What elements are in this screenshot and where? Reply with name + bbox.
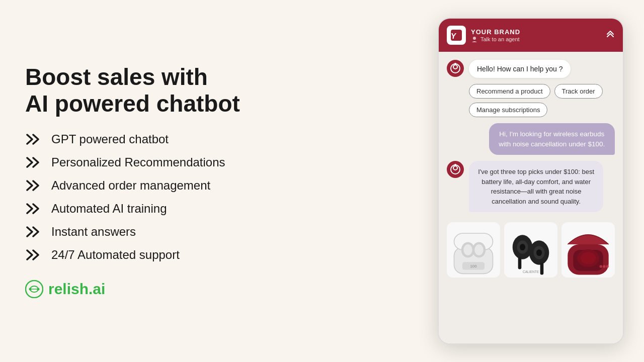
product-images: 100: [447, 218, 615, 282]
right-panel: Y YOUR BRAND Talk to an agent: [433, 8, 644, 354]
svg-point-38: [603, 265, 606, 268]
svg-point-26: [520, 244, 525, 250]
brand-name: YOUR BRAND: [471, 28, 520, 36]
svg-point-12: [453, 166, 457, 170]
chevron-icon-instant: [25, 226, 41, 237]
chevron-icon-support: [25, 249, 41, 260]
agent-label: Talk to an agent: [480, 36, 520, 42]
svg-rect-31: [540, 262, 544, 275]
brand-info: YOUR BRAND Talk to an agent: [471, 28, 520, 43]
feature-gpt: GPT powered chatbot: [25, 132, 408, 146]
relishai-logo: relish.ai: [25, 280, 408, 298]
chevron-icon-gpt: [25, 134, 41, 145]
svg-point-29: [536, 249, 542, 256]
feature-instant: Instant answers: [25, 225, 408, 239]
bot-greeting: Hello! How can I help you ?: [447, 60, 615, 78]
svg-text:CALIENTE: CALIENTE: [523, 270, 539, 274]
expand-icon[interactable]: [606, 30, 615, 41]
chevron-icon-order: [25, 180, 41, 191]
feature-text-support: 24/7 Automated support: [51, 248, 180, 262]
feature-text-gpt: GPT powered chatbot: [51, 132, 169, 146]
svg-point-37: [600, 265, 603, 268]
left-panel: Boost sales with AI powered chatbot GPT …: [0, 44, 433, 318]
track-order-button[interactable]: Track order: [554, 84, 603, 99]
heading-line2: AI powered chatbot: [25, 90, 240, 117]
manage-subscriptions-button[interactable]: Manage subscriptions: [469, 103, 547, 117]
feature-support: 24/7 Automated support: [25, 248, 408, 262]
feature-personalized: Personalized Recommendations: [25, 155, 408, 169]
svg-point-19: [463, 244, 472, 255]
bot-avatar-2: [447, 161, 464, 178]
bot-avatar-icon-2: [450, 164, 461, 175]
product-card-red[interactable]: [561, 222, 615, 278]
relishai-logo-text: relish.ai: [48, 281, 105, 298]
product-card-black[interactable]: CALIENTE: [504, 222, 557, 278]
feature-text-order: Advanced order management: [51, 178, 210, 193]
user-bubble: Hi, I'm looking for wireless earbuds wit…: [489, 123, 615, 155]
agent-line: Talk to an agent: [471, 36, 520, 43]
earbud-white-svg: 100: [447, 222, 500, 278]
heading-line1: Boost sales with: [25, 64, 208, 90]
user-message: Hi, I'm looking for wireless earbuds wit…: [447, 123, 615, 155]
greeting-bubble: Hello! How can I help you ?: [469, 60, 571, 78]
phone-mockup: Y YOUR BRAND Talk to an agent: [438, 18, 624, 344]
bot-response: I've got three top picks under $100: bes…: [447, 161, 615, 212]
brand-logo-small: Y: [447, 26, 466, 45]
chevron-icon-personalized: [25, 157, 41, 168]
product-card-white[interactable]: 100: [447, 222, 500, 278]
main-heading: Boost sales with AI powered chatbot: [25, 64, 408, 117]
recommend-product-button[interactable]: Recommend a product: [469, 84, 550, 99]
chat-body: Hello! How can I help you ? Recommend a …: [439, 52, 623, 343]
feature-training: Automated AI training: [25, 202, 408, 216]
bot-avatar-icon: [450, 63, 461, 74]
earbud-red-svg: [561, 222, 615, 278]
svg-point-8: [453, 65, 457, 69]
brand-logo-svg: Y: [450, 29, 463, 42]
header-left: Y YOUR BRAND Talk to an agent: [447, 26, 520, 45]
agent-icon: [471, 36, 478, 43]
feature-text-personalized: Personalized Recommendations: [51, 155, 225, 169]
svg-point-36: [581, 252, 596, 264]
bot-response-text: I've got three top picks under $100: bes…: [478, 168, 594, 205]
svg-point-21: [474, 244, 484, 255]
response-bubble: I've got three top picks under $100: bes…: [469, 161, 603, 212]
svg-point-39: [606, 265, 609, 268]
feature-text-training: Automated AI training: [51, 202, 167, 216]
feature-order: Advanced order management: [25, 178, 408, 193]
bot-avatar: [447, 60, 464, 77]
greeting-text: Hello! How can I help you ?: [477, 65, 562, 73]
svg-point-7: [473, 37, 476, 40]
chat-header: Y YOUR BRAND Talk to an agent: [439, 19, 623, 52]
svg-text:100: 100: [470, 264, 477, 268]
quick-actions: Recommend a product Track order Manage s…: [447, 84, 615, 117]
earbud-black-svg: CALIENTE: [504, 222, 557, 278]
feature-text-instant: Instant answers: [51, 225, 136, 239]
chevron-icon-training: [25, 203, 41, 214]
svg-rect-30: [518, 257, 522, 269]
user-message-text: Hi, I'm looking for wireless earbuds wit…: [499, 130, 605, 148]
relishai-logo-icon: [25, 280, 43, 298]
